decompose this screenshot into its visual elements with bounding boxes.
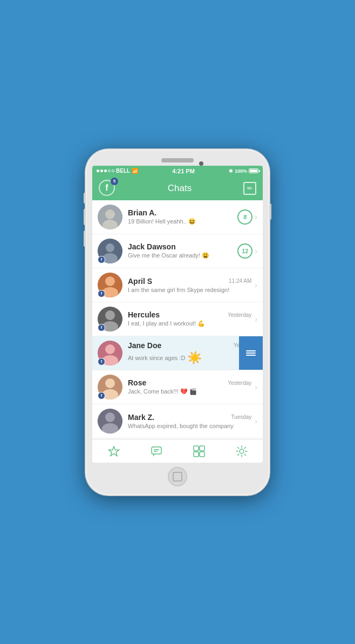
avatar-wrap-mark bbox=[98, 409, 122, 433]
chat-preview-hercules: I eat, I play and I workout! 💪 bbox=[128, 320, 251, 327]
bluetooth-icon: ✱ bbox=[229, 168, 233, 174]
chat-right-rose: › bbox=[255, 383, 257, 391]
tab-groups[interactable] bbox=[178, 443, 220, 460]
chat-time-hercules: Yesterday bbox=[228, 312, 251, 318]
status-right: ✱ 100% bbox=[229, 168, 258, 174]
swipe-bar-3 bbox=[246, 355, 256, 356]
chevron-hercules: › bbox=[255, 315, 257, 323]
tab-favorites[interactable] bbox=[92, 443, 135, 460]
chat-content-jack: Jack Dawson Give me the Oscar already! 😩 bbox=[128, 242, 234, 259]
chat-item-brian[interactable]: Brian A. 19 Billion! Hell yeahh.. 😆 8 › bbox=[92, 200, 263, 234]
chevron-brian: › bbox=[255, 213, 257, 221]
chat-name-jack: Jack Dawson bbox=[128, 242, 176, 251]
speaker bbox=[161, 158, 194, 162]
svg-point-13 bbox=[105, 344, 115, 354]
battery-pct: 100% bbox=[235, 168, 247, 174]
tab-settings[interactable] bbox=[220, 443, 263, 460]
home-button-inner bbox=[173, 472, 182, 482]
sun-emoji-jane: ☀️ bbox=[187, 351, 202, 365]
chat-content-rose: Rose Yesterday Jack, Come back!!! 💔 🎬 bbox=[128, 378, 251, 395]
chat-item-mark[interactable]: Mark Z. Tuesday WhatsApp expired, bought… bbox=[92, 404, 263, 438]
dot-5 bbox=[112, 170, 114, 172]
chat-name-mark: Mark Z. bbox=[128, 413, 154, 422]
chat-item-rose[interactable]: f Rose Yesterday Jack, Come back!!! 💔 🎬 … bbox=[92, 370, 263, 404]
status-left: BELL 📶 bbox=[97, 168, 138, 174]
tab-bar bbox=[92, 439, 263, 463]
svg-point-4 bbox=[106, 243, 114, 252]
chevron-rose: › bbox=[255, 383, 257, 391]
phone-screen: BELL 📶 4:21 PM ✱ 100% f 5 Chats ✏ bbox=[92, 166, 263, 463]
battery-fill bbox=[250, 170, 257, 172]
mute-button[interactable] bbox=[84, 193, 86, 204]
facebook-icon-button[interactable]: f 5 bbox=[99, 180, 116, 197]
dot-2 bbox=[100, 170, 103, 172]
chat-item-hercules[interactable]: f Hercules Yesterday I eat, I play and I… bbox=[92, 302, 263, 336]
swipe-bar-2 bbox=[246, 352, 256, 354]
chevron-april: › bbox=[255, 281, 257, 289]
chat-preview-mark: WhatsApp expired, bought the company bbox=[128, 423, 251, 429]
chat-top-mark: Mark Z. Tuesday bbox=[128, 413, 251, 422]
tab-chats[interactable] bbox=[135, 443, 178, 460]
chevron-mark: › bbox=[255, 417, 257, 425]
avatar-brian bbox=[98, 205, 122, 229]
svg-rect-31 bbox=[200, 452, 204, 457]
svg-point-19 bbox=[105, 412, 115, 422]
fb-indicator-jane: f bbox=[98, 358, 105, 365]
carrier-label: BELL bbox=[116, 168, 130, 174]
front-camera bbox=[199, 161, 203, 166]
dot-1 bbox=[97, 170, 99, 172]
chat-right-jack: 12 › bbox=[237, 243, 257, 259]
chat-top-jane: Jane Doe Yesterday bbox=[128, 341, 257, 350]
svg-point-10 bbox=[105, 310, 115, 320]
chat-content-april: April S 11:24 AM I am the same girl frm … bbox=[128, 277, 251, 293]
volume-down-button[interactable] bbox=[84, 231, 86, 247]
avatar-wrap-april: f bbox=[98, 273, 122, 297]
chat-right-brian: 8 › bbox=[237, 209, 257, 225]
chat-item-jack[interactable]: f Jack Dawson Give me the Oscar already!… bbox=[92, 234, 263, 268]
power-button[interactable] bbox=[269, 204, 271, 220]
chat-content-jane: Jane Doe Yesterday At work since ages :D… bbox=[128, 341, 257, 365]
chat-time-april: 11:24 AM bbox=[229, 278, 251, 284]
fb-indicator-april: f bbox=[98, 290, 105, 297]
chat-preview-jack: Give me the Oscar already! 😩 bbox=[128, 252, 234, 259]
fb-indicator-rose: f bbox=[98, 392, 105, 399]
chat-preview-jane: At work since ages :D bbox=[128, 355, 185, 361]
swipe-action-jane[interactable] bbox=[239, 336, 263, 370]
chat-top-hercules: Hercules Yesterday bbox=[128, 310, 251, 319]
app-header: f 5 Chats ✏ bbox=[92, 177, 263, 200]
badge-brian: 8 bbox=[237, 209, 252, 225]
chat-name-april: April S bbox=[128, 277, 152, 286]
chat-time-mark: Tuesday bbox=[231, 414, 251, 420]
compose-button[interactable]: ✏ bbox=[243, 182, 256, 195]
chevron-jack: › bbox=[255, 247, 257, 255]
chat-name-hercules: Hercules bbox=[128, 310, 160, 319]
chat-item-jane[interactable]: f Jane Doe Yesterday At work since ages … bbox=[92, 336, 263, 370]
chat-content-hercules: Hercules Yesterday I eat, I play and I w… bbox=[128, 310, 251, 327]
svg-point-32 bbox=[240, 449, 244, 453]
volume-up-button[interactable] bbox=[84, 209, 86, 225]
wifi-icon: 📶 bbox=[132, 168, 138, 174]
chat-right-hercules: › bbox=[255, 315, 257, 323]
swipe-bar-1 bbox=[246, 350, 256, 351]
phone-frame: BELL 📶 4:21 PM ✱ 100% f 5 Chats ✏ bbox=[86, 150, 269, 495]
chat-right-mark: › bbox=[255, 417, 257, 425]
chat-time-rose: Yesterday bbox=[228, 380, 251, 386]
chat-list: Brian A. 19 Billion! Hell yeahh.. 😆 8 › bbox=[92, 200, 263, 439]
chat-right-april: › bbox=[255, 281, 257, 289]
chat-name-brian: Brian A. bbox=[128, 208, 156, 217]
home-button[interactable] bbox=[168, 467, 187, 486]
badge-jack: 12 bbox=[237, 243, 252, 259]
header-title: Chats bbox=[168, 183, 192, 194]
svg-point-16 bbox=[105, 378, 115, 388]
chat-preview-brian: 19 Billion! Hell yeahh.. 😆 bbox=[128, 218, 234, 225]
avatar-wrap-jane: f bbox=[98, 341, 122, 365]
chat-top-rose: Rose Yesterday bbox=[128, 378, 251, 387]
chat-item-april[interactable]: f April S 11:24 AM I am the same girl fr… bbox=[92, 268, 263, 302]
battery-icon bbox=[249, 168, 258, 173]
avatar-wrap-brian bbox=[98, 205, 122, 229]
chat-preview-april: I am the same girl frm Skype redesign! bbox=[128, 287, 251, 293]
chat-content-mark: Mark Z. Tuesday WhatsApp expired, bought… bbox=[128, 413, 251, 429]
chat-top-april: April S 11:24 AM bbox=[128, 277, 251, 286]
chat-item-miranda[interactable]: Miranda Grey 13/3/14 › bbox=[92, 438, 263, 439]
swipe-bars bbox=[246, 350, 256, 356]
